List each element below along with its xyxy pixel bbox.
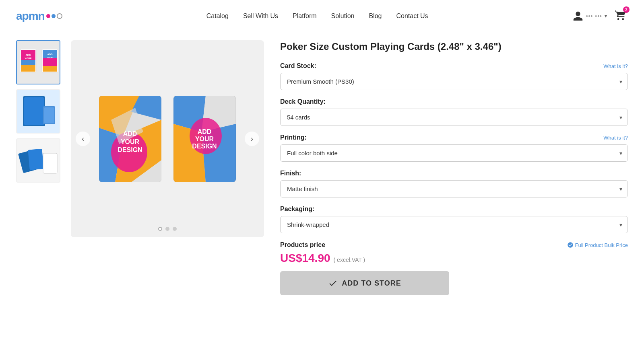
nav-blog[interactable]: Blog [369, 12, 382, 20]
svg-rect-17 [28, 149, 43, 170]
card-stock-option: Card Stock: What is it? Premium Smooth (… [280, 62, 628, 90]
packaging-select[interactable]: Shrink-wrapped Tuck box Custom box [280, 216, 628, 233]
logo-dots [46, 13, 62, 19]
svg-rect-3 [21, 65, 35, 72]
nav-catalog[interactable]: Catalog [206, 12, 229, 20]
header: apmn Catalog Sell With Us Platform Solut… [0, 0, 644, 32]
product-title: Poker Size Custom Playing Cards (2.48" x… [280, 40, 628, 53]
price-section: Products price Full Product Bulk Price U… [280, 241, 628, 265]
svg-text:DESIGN: DESIGN [118, 146, 142, 153]
card-stock-select[interactable]: Premium Smooth (PS30) Standard Premium L… [280, 73, 628, 90]
bulk-price-icon [567, 242, 574, 248]
svg-rect-18 [43, 153, 57, 173]
main-image-container: ‹ ADD [71, 40, 264, 237]
svg-text:YOUR: YOUR [121, 138, 140, 145]
full-product-bulk-price-link[interactable]: Full Product Bulk Price [567, 242, 628, 248]
prev-arrow-button[interactable]: ‹ [76, 132, 90, 146]
finish-select[interactable]: Matte finish Gloss finish Linen finish [280, 180, 628, 197]
logo[interactable]: apmn [16, 10, 62, 23]
packaging-select-wrapper: Shrink-wrapped Tuck box Custom box ▾ [280, 216, 628, 233]
deck-quantity-select[interactable]: 54 cards 52 cards 108 cards [280, 109, 628, 126]
printing-what-is-it[interactable]: What is it? [603, 135, 628, 141]
svg-rect-15 [44, 107, 54, 123]
next-arrow-button[interactable]: › [245, 132, 259, 146]
nav-sell-with-us[interactable]: Sell With Us [243, 12, 278, 20]
logo-text: apmn [16, 10, 45, 23]
nav-platform[interactable]: Platform [293, 12, 317, 20]
deck-quantity-label: Deck Quantity: [280, 98, 326, 105]
svg-rect-13 [24, 97, 44, 125]
svg-text:DESIGN: DESIGN [192, 143, 217, 150]
card-stock-what-is-it[interactable]: What is it? [603, 63, 628, 69]
deck-quantity-select-wrapper: 54 cards 52 cards 108 cards ▾ [280, 109, 628, 126]
chevron-down-icon: ▾ [605, 13, 607, 19]
nav-solution[interactable]: Solution [331, 12, 355, 20]
thumbnail-1[interactable]: ADD YOUR ADD YOUR [16, 40, 60, 84]
main-content: ADD YOUR ADD YOUR [0, 32, 644, 303]
user-area[interactable]: ••• ••• ▾ [572, 10, 607, 22]
dot-pink-icon [46, 14, 50, 18]
user-icon [572, 10, 584, 22]
thumbnail-3[interactable] [16, 138, 60, 183]
dot-blue-icon [52, 14, 56, 18]
cart-button[interactable]: 2 [613, 8, 628, 24]
svg-text:ADD: ADD [198, 128, 212, 135]
nav-contact-us[interactable]: Contact Us [396, 12, 428, 20]
carousel-dot-2[interactable] [165, 227, 169, 231]
svg-text:ADD: ADD [26, 54, 31, 56]
svg-rect-2 [21, 60, 35, 65]
carousel-dot-3[interactable] [173, 227, 177, 231]
price-amount: US$14.90 [280, 252, 330, 265]
printing-select-wrapper: Full color both side Single side Black &… [280, 144, 628, 162]
cards-mockup: ADD YOUR DESIGN [99, 96, 236, 182]
thumb1-image: ADD YOUR ADD YOUR [17, 41, 60, 84]
bulk-price-text: Full Product Bulk Price [575, 242, 628, 248]
cart-badge: 2 [623, 6, 630, 13]
deck-quantity-option: Deck Quantity: 54 cards 52 cards 108 car… [280, 98, 628, 126]
dot-circle-icon [57, 13, 62, 19]
user-name: ••• ••• [586, 13, 602, 19]
finish-label: Finish: [280, 170, 301, 177]
add-to-store-button[interactable]: ADD TO STORE [280, 271, 449, 295]
packaging-option: Packaging: Shrink-wrapped Tuck box Custo… [280, 206, 628, 233]
carousel-dot-1[interactable] [158, 227, 162, 231]
svg-text:YOUR: YOUR [195, 136, 214, 142]
carousel-dots [158, 227, 177, 231]
add-to-store-label: ADD TO STORE [342, 279, 401, 288]
card-stock-label: Card Stock: [280, 62, 316, 70]
printing-option: Printing: What is it? Full color both si… [280, 134, 628, 162]
card-right-image: ADD YOUR DESIGN [173, 96, 236, 182]
thumbnail-2[interactable] [16, 89, 60, 134]
svg-rect-7 [43, 66, 57, 72]
finish-option: Finish: Matte finish Gloss finish Linen … [280, 170, 628, 197]
main-nav: Catalog Sell With Us Platform Solution B… [206, 12, 428, 20]
card-stock-select-wrapper: Premium Smooth (PS30) Standard Premium L… [280, 73, 628, 90]
printing-select[interactable]: Full color both side Single side Black &… [280, 144, 628, 162]
packaging-label: Packaging: [280, 206, 314, 213]
thumb2-image [17, 90, 60, 133]
finish-select-wrapper: Matte finish Gloss finish Linen finish ▾ [280, 180, 628, 197]
products-price-label: Products price [280, 241, 325, 249]
card-left-image: ADD YOUR DESIGN [99, 96, 161, 182]
header-right: ••• ••• ▾ 2 [572, 8, 628, 24]
add-to-store-icon [328, 278, 338, 288]
svg-rect-6 [43, 58, 57, 66]
svg-text:ADD: ADD [123, 130, 137, 137]
svg-text:YOUR: YOUR [25, 57, 32, 60]
thumbnail-list: ADD YOUR ADD YOUR [16, 40, 64, 295]
svg-text:ADD: ADD [47, 53, 53, 56]
price-vat: ( excel.VAT ) [334, 257, 365, 263]
product-details: Poker Size Custom Playing Cards (2.48" x… [264, 40, 628, 295]
svg-text:YOUR: YOUR [46, 56, 54, 59]
printing-label: Printing: [280, 134, 307, 141]
thumb3-image [17, 139, 60, 182]
